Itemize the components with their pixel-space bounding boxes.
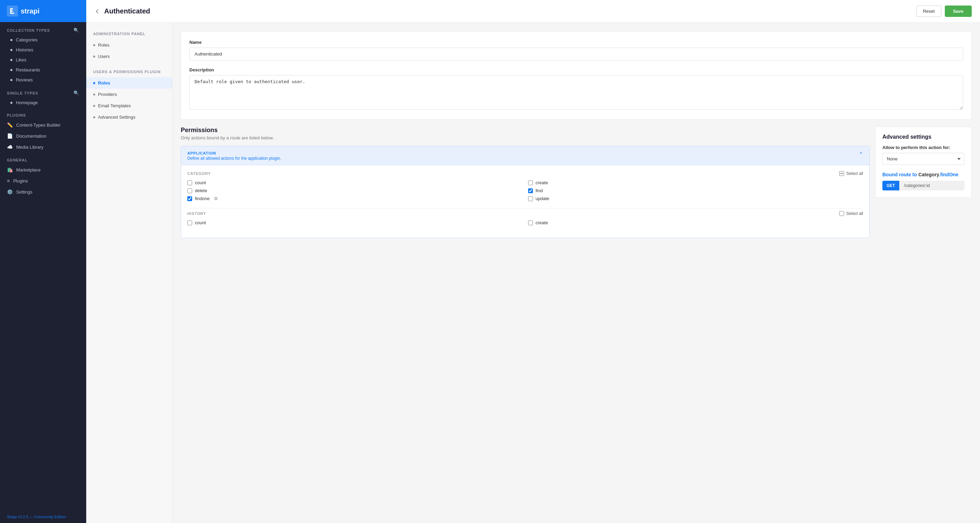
pencil-icon: ✏️ [7,122,13,128]
panel-item-roles-admin[interactable]: Roles [86,39,172,51]
save-button[interactable]: Save [945,6,972,17]
admin-panel-label: ADMINISTRATION PANEL [86,30,172,39]
users-permissions-label: USERS & PERMISSIONS PLUGIN [86,68,172,77]
sidebar-item-homepage[interactable]: Homepage [0,98,86,108]
sidebar-item-reviews[interactable]: Reviews [0,75,86,85]
panel-item-email-templates[interactable]: Email Templates [86,100,172,111]
name-input[interactable] [189,48,963,60]
sidebar-item-histories[interactable]: Histories [0,45,86,55]
permissions-title: Permissions [181,127,870,134]
bullet-icon [10,79,13,81]
history-name: HISTORY [187,211,206,216]
perm-item-history-create: create [528,220,864,225]
application-desc: Define all allowed actions for the appli… [187,156,281,161]
sidebar-item-marketplace[interactable]: 🛍️ Marketplace [0,164,86,175]
sidebar-item-settings[interactable]: ⚙️ Settings [0,186,86,197]
allow-action-label: Allow to perform this action for: [882,145,964,150]
sidebar-item-likes[interactable]: Likes [0,55,86,65]
sidebar-item-media-library[interactable]: ☁️ Media Library [0,141,86,153]
header: Authenticated Reset Save [86,0,980,23]
category-name: CATEGORY [187,172,211,176]
application-block-header[interactable]: APPLICATION Define all allowed actions f… [181,146,869,165]
history-permissions: HISTORY Select all count [187,211,863,225]
sidebar-item-categories[interactable]: Categories [0,35,86,45]
perm-item-history-count: count [187,220,523,225]
list-icon: ≡ [7,178,10,184]
bullet-icon [10,69,13,71]
bullet-icon [10,39,13,41]
page-title: Authenticated [104,7,150,15]
panel-item-providers[interactable]: Providers [86,89,172,100]
bag-icon: 🛍️ [7,167,13,172]
sidebar-item-documentation[interactable]: 📄 Documentation [0,130,86,141]
bullet-icon [10,59,13,61]
perm-checkbox-delete[interactable] [187,188,192,193]
perm-label-findone: findone [195,196,210,201]
perm-item-update: update [528,196,864,201]
history-select-all[interactable]: Select all [839,211,863,216]
description-field-group: Description Default role given to authen… [189,67,963,111]
search-icon-single[interactable]: 🔍 [73,91,80,95]
allow-action-select[interactable]: None [882,153,964,165]
perm-label-history-create: create [536,220,548,225]
perm-checkbox-create[interactable] [528,180,533,185]
name-field-group: Name [189,40,963,60]
form-card: Name Description Default role given to a… [181,31,972,120]
bullet-icon [93,116,95,118]
plugins-label: PLUGINS [0,108,86,119]
logo[interactable]: strapi [0,0,86,22]
route-badge: GET /categories/:id [882,181,964,191]
sidebar-item-restaurants[interactable]: Restaurants [0,65,86,75]
application-block: APPLICATION Define all allowed actions f… [181,146,870,238]
panel-item-advanced-settings[interactable]: Advanced Settings [86,111,172,123]
body-area: ADMINISTRATION PANEL Roles Users USERS &… [86,23,980,523]
sidebar-item-content-types-builder[interactable]: ✏️ Content-Types Builder [0,119,86,130]
history-select-checkbox[interactable] [839,211,844,216]
sidebar-item-plugins[interactable]: ≡ Plugins [0,175,86,186]
bullet-icon [93,44,95,46]
name-label: Name [189,40,963,45]
reset-button[interactable]: Reset [916,6,941,17]
gear-icon[interactable]: ⚙ [214,196,218,201]
perm-checkbox-update[interactable] [528,196,533,201]
perm-item-create: create [528,180,864,185]
perm-checkbox-history-create[interactable] [528,221,533,225]
perm-checkbox-history-count[interactable] [187,221,192,225]
perm-label-create: create [536,180,548,185]
perm-item-delete: delete [187,188,523,193]
description-label: Description [189,67,963,72]
collection-types-label: COLLECTION TYPES 🔍 [0,22,86,35]
sidebar: strapi COLLECTION TYPES 🔍 Categories His… [0,0,86,523]
bullet-icon [93,105,95,107]
category-select-all[interactable]: Select all [839,171,863,176]
permissions-header: Permissions Only actions bound by a rout… [181,127,870,140]
perm-checkbox-findone[interactable] [187,196,192,201]
description-textarea[interactable]: Default role given to authenticated user… [189,75,963,110]
advanced-settings-sidebar: Advanced settings Allow to perform this … [875,127,972,238]
search-icon[interactable]: 🔍 [73,28,80,33]
perm-checkbox-count[interactable] [187,180,192,185]
minus-icon [839,171,844,176]
perm-item-findone: findone ⚙ [187,196,523,201]
permissions-subtitle: Only actions bound by a route are listed… [181,135,870,140]
single-types-label: SINGLE TYPES 🔍 [0,85,86,98]
bullet-icon [10,49,13,51]
route-path: /categories/:id [899,181,964,191]
advanced-settings-title: Advanced settings [882,134,964,140]
perm-label-delete: delete [195,188,207,193]
application-header-text: APPLICATION Define all allowed actions f… [187,151,281,161]
perm-item-count: count [187,180,523,185]
content-area: Name Description Default role given to a… [172,23,980,523]
bullet-icon [10,102,13,104]
bullet-icon [93,56,95,57]
back-button[interactable] [94,9,100,14]
panel-item-users-admin[interactable]: Users [86,51,172,62]
perm-checkbox-find[interactable] [528,188,533,193]
header-actions: Reset Save [916,6,972,17]
category-header: CATEGORY Select all [187,171,863,176]
bound-route-title: Bound route to Category.findOne [882,172,964,177]
perm-label-history-count: count [195,220,206,225]
perm-item-find: find [528,188,864,193]
panel-item-roles[interactable]: Roles [86,77,172,89]
category-permissions: CATEGORY Select all count [187,171,863,201]
